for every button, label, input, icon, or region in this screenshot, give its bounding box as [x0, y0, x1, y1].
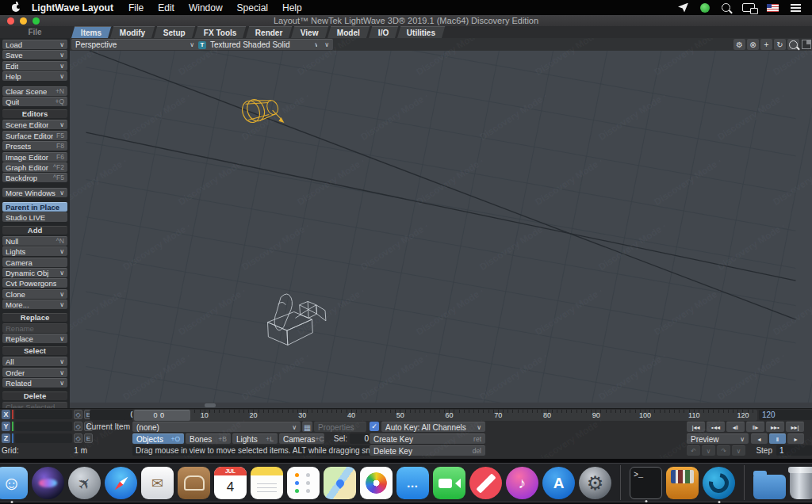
spotlight-icon[interactable] — [722, 3, 730, 12]
dock-maps-icon[interactable] — [324, 467, 356, 499]
dock-lightwave-icon[interactable] — [703, 467, 735, 499]
delete-key-button[interactable]: Delete Key del — [370, 445, 485, 456]
tab-render[interactable]: Render — [245, 26, 292, 39]
undo-options-button[interactable]: ∨ — [702, 445, 715, 456]
sidebar-item-parent-in-place[interactable]: Parent in Place — [2, 202, 67, 212]
dock-mail-icon[interactable]: ✉ — [141, 467, 174, 499]
sidebar-item-load[interactable]: Load∨ — [2, 40, 67, 49]
window-title-bar[interactable]: Layout™ NewTek LightWave 3D® 2019.1 (Mac… — [0, 15, 812, 27]
mode-cameras-button[interactable]: Cameras+C — [279, 433, 324, 444]
sidebar-item-save[interactable]: Save∨ — [2, 50, 67, 59]
tab-utilities[interactable]: Utilities — [397, 26, 446, 39]
redo-options-button[interactable]: ∨ — [732, 445, 745, 456]
dock-notes-icon[interactable] — [251, 467, 283, 499]
autokey-checkbox[interactable]: ✓ — [370, 422, 379, 431]
green-app-icon[interactable] — [700, 3, 710, 13]
create-key-button[interactable]: Create Key ret — [370, 433, 485, 444]
next-frame-button[interactable]: ‖▸ — [746, 422, 764, 432]
sidebar-item-quit[interactable]: Quit+Q — [2, 97, 67, 106]
dock-safari-icon[interactable] — [105, 467, 137, 499]
prev-key-button[interactable]: •◂◂ — [707, 422, 725, 432]
dock-launchpad-icon[interactable]: ✈ — [68, 467, 101, 499]
mode-bones-button[interactable]: Bones+B — [186, 433, 231, 444]
sidebar-item-null[interactable]: Null^N — [2, 236, 67, 246]
sidebar-item-lights[interactable]: Lights∨ — [2, 246, 67, 256]
mode-lights-button[interactable]: Lights+L — [232, 433, 278, 444]
sidebar-item-scene-editor[interactable]: Scene Editor∨ — [2, 120, 67, 129]
redo-button[interactable]: ↷ — [717, 445, 730, 456]
sidebar-item-related[interactable]: Related∨ — [2, 378, 67, 388]
dock-books-icon[interactable] — [666, 467, 699, 499]
dock-contacts-icon[interactable] — [178, 467, 210, 499]
position-x-field[interactable] — [15, 410, 72, 419]
sidebar-item-all[interactable]: All∨ — [2, 357, 67, 366]
pane-layout-icon[interactable] — [802, 40, 811, 49]
sidebar-item-camera[interactable]: Camera — [2, 258, 67, 267]
current-item-dropdown[interactable]: (none) ∨ — [132, 422, 301, 432]
stepper-icon[interactable]: ◇ — [74, 433, 82, 443]
pause-button[interactable]: ‖ — [769, 433, 786, 444]
dock-messages-icon[interactable]: … — [396, 467, 429, 499]
sidebar-item-more-windows[interactable]: More Windows∨ — [2, 188, 67, 197]
stepper-icon[interactable]: ◇ — [74, 410, 82, 419]
sidebar-item-more[interactable]: More...∨ — [2, 300, 67, 309]
sidebar-item-graph-editor[interactable]: Graph Editor^F2 — [2, 162, 67, 172]
shade-mode-dropdown[interactable]: T Textured Shaded Solid ∨ — [194, 39, 323, 50]
preview-dropdown[interactable]: Preview ∨ — [687, 433, 749, 444]
zoom-icon[interactable] — [787, 39, 799, 50]
timeline-ruler[interactable]: 0 0102030405060708090100110120 — [132, 410, 757, 421]
rotate-icon[interactable]: ↻ — [774, 39, 786, 50]
viewport-scrollbar[interactable] — [70, 403, 812, 408]
sel-count-field[interactable]: 0 — [350, 433, 372, 444]
menu-edit[interactable]: Edit — [151, 2, 182, 13]
settings-icon[interactable]: ⚙ — [733, 39, 745, 50]
tab-modify[interactable]: Modify — [110, 26, 155, 39]
move-icon[interactable]: + — [760, 39, 772, 50]
sidebar-item-backdrop[interactable]: Backdrop^F5 — [2, 173, 67, 182]
tab-i-o[interactable]: I/O — [368, 26, 398, 39]
timeline-handle[interactable]: 0 — [134, 410, 190, 421]
sidebar-item-order[interactable]: Order∨ — [2, 368, 67, 377]
dock-facetime-icon[interactable] — [433, 467, 465, 499]
sidebar-item-studio-live[interactable]: Studio LIVE — [2, 212, 67, 222]
sidebar-item-replace[interactable]: Replace∨ — [2, 334, 67, 343]
end-frame-field[interactable]: 120 — [759, 410, 812, 420]
step-field[interactable]: 1 — [776, 445, 812, 456]
sidebar-item-surface-editor[interactable]: Surface EditorF5 — [2, 131, 67, 140]
dock-calendar-icon[interactable]: JUL4 — [214, 467, 247, 499]
play-reverse-button[interactable]: ◂ — [751, 433, 768, 444]
sidebar-item-image-editor[interactable]: Image EditorF6 — [2, 152, 67, 162]
undo-button[interactable]: ↶ — [687, 445, 700, 456]
play-forward-button[interactable]: ▸ — [787, 433, 804, 444]
dock-downloads-icon[interactable] — [753, 475, 786, 499]
scroll-thumb[interactable] — [205, 403, 216, 407]
dock-finder-icon[interactable]: ☺ — [0, 467, 28, 499]
us-flag-icon[interactable] — [767, 4, 779, 12]
mode-objects-button[interactable]: Objects+O — [132, 433, 184, 444]
item-picker-button[interactable]: ▦ — [302, 422, 312, 432]
center-icon[interactable]: ⊗ — [747, 39, 759, 50]
dock-photos-icon[interactable] — [360, 467, 393, 499]
menu-help[interactable]: Help — [275, 2, 309, 13]
menu-file[interactable]: File — [121, 2, 151, 13]
sidebar-item-clone[interactable]: Clone∨ — [2, 289, 67, 299]
sidebar-item-cvt-powergons[interactable]: Cvt Powergons — [2, 278, 67, 288]
sidebar-item-rename[interactable]: Rename — [2, 323, 67, 333]
tab-model[interactable]: Model — [327, 26, 369, 39]
menu-window[interactable]: Window — [182, 2, 230, 13]
shade-options-dropdown[interactable]: ∨ — [317, 39, 333, 50]
dock-itunes-icon[interactable]: ♪ — [506, 467, 538, 499]
dock-trash-icon[interactable] — [790, 470, 812, 499]
go-first-frame-button[interactable]: |◂◂ — [687, 422, 705, 432]
sidebar-item-clear-scene[interactable]: Clear Scene+N — [2, 86, 67, 96]
autokey-dropdown[interactable]: Auto Key: All Channels ∨ — [381, 422, 485, 432]
displays-icon[interactable] — [742, 3, 755, 12]
sidebar-item-presets[interactable]: PresetsF8 — [2, 141, 67, 151]
pointer-icon[interactable] — [678, 3, 688, 13]
position-y-field[interactable] — [15, 422, 72, 431]
list-icon[interactable] — [791, 4, 801, 12]
view-mode-dropdown[interactable]: Perspective ∨ — [71, 39, 198, 50]
tab-setup[interactable]: Setup — [154, 26, 195, 39]
sidebar-item-help[interactable]: Help∨ — [2, 71, 67, 81]
app-menu-title[interactable]: LightWave Layout — [32, 2, 113, 13]
